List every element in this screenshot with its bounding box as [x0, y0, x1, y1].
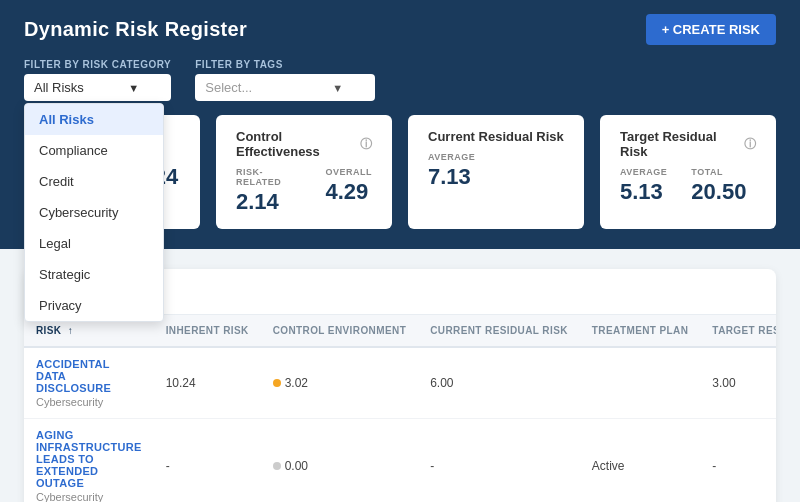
stat-avg-current: AVERAGE 7.13 — [428, 152, 475, 190]
risk-name-cell: ACCIDENTAL DATA DISCLOSURECybersecurity — [24, 347, 154, 419]
create-risk-button[interactable]: + CREATE RISK — [646, 14, 776, 45]
category-dropdown-button[interactable]: All Risks ▼ — [24, 74, 171, 101]
category-filter-group: FILTER BY RISK CATEGORY All Risks ▼ All … — [24, 59, 171, 101]
stat-values-control: RISK-RELATED 2.14 OVERALL 4.29 — [236, 167, 372, 215]
risk-name-link[interactable]: AGING INFRASTRUCTURE LEADS TO EXTENDED O… — [36, 429, 142, 489]
treatment-plan-cell: Active — [580, 419, 701, 503]
stat-title-current-residual: Current Residual Risk — [428, 129, 564, 144]
category-filter-label: FILTER BY RISK CATEGORY — [24, 59, 171, 70]
tags-placeholder: Select... — [205, 80, 252, 95]
target-residual-cell: - — [700, 419, 776, 503]
inherent-risk-cell: 10.24 — [154, 347, 261, 419]
stat-title-control-effectiveness: Control Effectiveness ⓘ — [236, 129, 372, 159]
control-dot — [273, 379, 281, 387]
dropdown-item-strategic[interactable]: Strategic — [25, 259, 163, 290]
dropdown-item-credit[interactable]: Credit — [25, 166, 163, 197]
app-title: Dynamic Risk Register — [24, 18, 247, 41]
control-env-cell: 0.00 — [261, 419, 419, 503]
sort-arrow-risk: ↑ — [68, 325, 73, 336]
treatment-plan-cell — [580, 347, 701, 419]
current-residual-cell: 6.00 — [418, 347, 580, 419]
tags-filter-group: FILTER BY TAGS Select... ▼ — [195, 59, 375, 101]
risk-name-link[interactable]: ACCIDENTAL DATA DISCLOSURE — [36, 358, 142, 394]
stat-title-target-residual: Target Residual Risk ⓘ — [620, 129, 756, 159]
tags-filter-label: FILTER BY TAGS — [195, 59, 375, 70]
risk-category: Cybersecurity — [36, 396, 142, 408]
tags-dropdown-arrow: ▼ — [332, 82, 343, 94]
col-inherent-risk: INHERENT RISK — [154, 315, 261, 347]
risk-table: RISK ↑ INHERENT RISK CONTROL ENVIRONMENT… — [24, 315, 776, 502]
stat-card-control-effectiveness: Control Effectiveness ⓘ RISK-RELATED 2.1… — [216, 115, 392, 229]
stat-values-target: AVERAGE 5.13 TOTAL 20.50 — [620, 167, 756, 205]
tags-dropdown-button[interactable]: Select... ▼ — [195, 74, 375, 101]
dropdown-item-allrisks[interactable]: All Risks — [25, 104, 163, 135]
info-icon-target[interactable]: ⓘ — [744, 136, 756, 153]
stat-total-target: TOTAL 20.50 — [691, 167, 746, 205]
dropdown-item-compliance[interactable]: Compliance — [25, 135, 163, 166]
target-residual-cell: 3.00 — [700, 347, 776, 419]
stat-values-current: AVERAGE 7.13 — [428, 152, 564, 190]
stat-overall-control: OVERALL 4.29 — [325, 167, 372, 215]
filter-bar: FILTER BY RISK CATEGORY All Risks ▼ All … — [0, 59, 800, 115]
info-icon-control[interactable]: ⓘ — [360, 136, 372, 153]
col-target-residual: TARGET RESIDUAL RISK — [700, 315, 776, 347]
stat-card-current-residual: Current Residual Risk AVERAGE 7.13 — [408, 115, 584, 229]
current-residual-cell: - — [418, 419, 580, 503]
stat-avg-target: AVERAGE 5.13 — [620, 167, 667, 205]
stat-risk-related-control: RISK-RELATED 2.14 — [236, 167, 301, 215]
inherent-risk-cell: - — [154, 419, 261, 503]
stat-card-target-residual: Target Residual Risk ⓘ AVERAGE 5.13 TOTA… — [600, 115, 776, 229]
dropdown-item-legal[interactable]: Legal — [25, 228, 163, 259]
col-control-env: CONTROL ENVIRONMENT — [261, 315, 419, 347]
category-selected-value: All Risks — [34, 80, 84, 95]
control-dot — [273, 462, 281, 470]
tags-dropdown[interactable]: Select... ▼ — [195, 74, 375, 101]
col-current-residual: CURRENT RESIDUAL RISK — [418, 315, 580, 347]
risk-name-cell: AGING INFRASTRUCTURE LEADS TO EXTENDED O… — [24, 419, 154, 503]
table-row: ACCIDENTAL DATA DISCLOSURECybersecurity1… — [24, 347, 776, 419]
category-dropdown-arrow: ▼ — [128, 82, 139, 94]
risk-category: Cybersecurity — [36, 491, 142, 502]
app-header: Dynamic Risk Register + CREATE RISK — [0, 0, 800, 59]
dropdown-item-privacy[interactable]: Privacy — [25, 290, 163, 321]
category-dropdown-menu: All Risks Compliance Credit Cybersecurit… — [24, 103, 164, 322]
control-env-cell: 3.02 — [261, 347, 419, 419]
col-treatment: TREATMENT PLAN — [580, 315, 701, 347]
dropdown-item-cybersecurity[interactable]: Cybersecurity — [25, 197, 163, 228]
category-dropdown[interactable]: All Risks ▼ All Risks Compliance Credit … — [24, 74, 171, 101]
table-row: AGING INFRASTRUCTURE LEADS TO EXTENDED O… — [24, 419, 776, 503]
